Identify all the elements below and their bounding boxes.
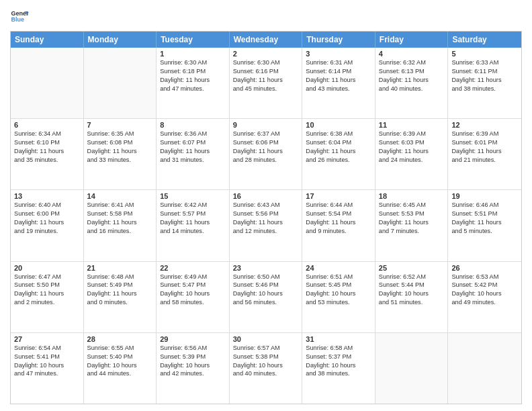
- cell-line-2: Daylight: 10 hours: [14, 361, 80, 370]
- cell-line-3: and 35 minutes.: [14, 156, 80, 165]
- day-header-saturday: Saturday: [448, 32, 521, 48]
- cell-line-0: Sunrise: 6:43 AM: [233, 201, 299, 210]
- cell-line-0: Sunrise: 6:44 AM: [306, 201, 371, 210]
- day-cell-24: 24Sunrise: 6:51 AMSunset: 5:45 PMDayligh…: [302, 262, 375, 332]
- day-number: 4: [379, 50, 445, 58]
- cell-line-0: Sunrise: 6:40 AM: [14, 201, 80, 210]
- cell-line-3: and 43 minutes.: [306, 85, 371, 93]
- day-cell-18: 18Sunrise: 6:45 AMSunset: 5:53 PMDayligh…: [375, 190, 449, 261]
- day-number: 31: [306, 335, 371, 343]
- day-header-thursday: Thursday: [302, 32, 375, 48]
- day-number: 22: [160, 264, 226, 272]
- cell-line-1: Sunset: 5:39 PM: [160, 353, 226, 361]
- cell-line-3: and 14 minutes.: [160, 227, 226, 236]
- cell-line-2: Daylight: 11 hours: [87, 147, 153, 156]
- cell-line-3: and 28 minutes.: [233, 156, 299, 165]
- cell-line-2: Daylight: 11 hours: [451, 76, 518, 85]
- day-cell-21: 21Sunrise: 6:48 AMSunset: 5:49 PMDayligh…: [84, 262, 157, 332]
- day-number: 9: [233, 121, 299, 129]
- day-header-tuesday: Tuesday: [157, 32, 230, 48]
- day-cell-27: 27Sunrise: 6:54 AMSunset: 5:41 PMDayligh…: [11, 333, 84, 404]
- cell-line-2: Daylight: 11 hours: [160, 218, 226, 227]
- cell-line-0: Sunrise: 6:49 AM: [160, 273, 226, 281]
- cell-line-3: and 53 minutes.: [306, 298, 371, 307]
- cell-line-2: Daylight: 10 hours: [87, 361, 153, 370]
- day-cell-4: 4Sunrise: 6:32 AMSunset: 6:13 PMDaylight…: [375, 48, 449, 118]
- cell-line-1: Sunset: 5:38 PM: [233, 353, 299, 361]
- cell-line-1: Sunset: 6:00 PM: [14, 210, 80, 218]
- cell-line-1: Sunset: 5:45 PM: [306, 281, 371, 289]
- day-header-wednesday: Wednesday: [230, 32, 303, 48]
- cell-line-0: Sunrise: 6:31 AM: [306, 58, 371, 67]
- cell-line-2: Daylight: 11 hours: [14, 147, 80, 156]
- cell-line-1: Sunset: 6:10 PM: [14, 138, 80, 147]
- cell-line-1: Sunset: 5:50 PM: [14, 281, 80, 289]
- day-cell-10: 10Sunrise: 6:38 AMSunset: 6:04 PMDayligh…: [302, 119, 375, 189]
- cell-line-1: Sunset: 6:14 PM: [306, 67, 371, 76]
- week-row-4: 20Sunrise: 6:47 AMSunset: 5:50 PMDayligh…: [11, 261, 521, 332]
- cell-line-1: Sunset: 6:06 PM: [233, 138, 299, 147]
- cell-line-2: Daylight: 11 hours: [451, 147, 518, 156]
- day-number: 21: [87, 264, 153, 272]
- cell-line-0: Sunrise: 6:34 AM: [14, 130, 80, 138]
- cell-line-3: and 19 minutes.: [14, 227, 80, 236]
- empty-cell: [84, 48, 157, 118]
- cell-line-1: Sunset: 5:46 PM: [233, 281, 299, 289]
- day-cell-5: 5Sunrise: 6:33 AMSunset: 6:11 PMDaylight…: [448, 48, 521, 118]
- cell-line-0: Sunrise: 6:45 AM: [379, 201, 445, 210]
- calendar-body: 1Sunrise: 6:30 AMSunset: 6:18 PMDaylight…: [11, 48, 521, 404]
- day-cell-20: 20Sunrise: 6:47 AMSunset: 5:50 PMDayligh…: [11, 262, 84, 332]
- cell-line-3: and 40 minutes.: [379, 85, 445, 93]
- cell-line-1: Sunset: 5:41 PM: [14, 353, 80, 361]
- cell-line-2: Daylight: 11 hours: [14, 218, 80, 227]
- day-cell-29: 29Sunrise: 6:56 AMSunset: 5:39 PMDayligh…: [157, 333, 230, 404]
- day-number: 3: [306, 50, 371, 58]
- cell-line-2: Daylight: 11 hours: [233, 218, 299, 227]
- cell-line-2: Daylight: 10 hours: [160, 361, 226, 370]
- cell-line-1: Sunset: 5:42 PM: [451, 281, 518, 289]
- cell-line-3: and 47 minutes.: [160, 85, 226, 93]
- day-cell-12: 12Sunrise: 6:39 AMSunset: 6:01 PMDayligh…: [448, 119, 521, 189]
- cell-line-3: and 26 minutes.: [306, 156, 371, 165]
- day-number: 28: [87, 335, 153, 343]
- cell-line-3: and 49 minutes.: [451, 298, 518, 307]
- cell-line-0: Sunrise: 6:47 AM: [14, 273, 80, 281]
- day-cell-23: 23Sunrise: 6:50 AMSunset: 5:46 PMDayligh…: [230, 262, 303, 332]
- cell-line-3: and 5 minutes.: [451, 227, 518, 236]
- day-cell-11: 11Sunrise: 6:39 AMSunset: 6:03 PMDayligh…: [375, 119, 449, 189]
- cell-line-2: Daylight: 11 hours: [379, 147, 445, 156]
- cell-line-3: and 56 minutes.: [233, 298, 299, 307]
- day-number: 19: [451, 192, 518, 200]
- day-header-monday: Monday: [84, 32, 157, 48]
- day-cell-14: 14Sunrise: 6:41 AMSunset: 5:58 PMDayligh…: [84, 190, 157, 261]
- day-number: 17: [306, 192, 371, 200]
- cell-line-3: and 40 minutes.: [233, 369, 299, 378]
- cell-line-2: Daylight: 11 hours: [233, 76, 299, 85]
- cell-line-3: and 16 minutes.: [87, 227, 153, 236]
- week-row-5: 27Sunrise: 6:54 AMSunset: 5:41 PMDayligh…: [11, 332, 521, 404]
- cell-line-2: Daylight: 11 hours: [306, 76, 371, 85]
- day-cell-7: 7Sunrise: 6:35 AMSunset: 6:08 PMDaylight…: [84, 119, 157, 189]
- cell-line-1: Sunset: 5:49 PM: [87, 281, 153, 289]
- day-number: 13: [14, 192, 80, 200]
- cell-line-0: Sunrise: 6:55 AM: [87, 344, 153, 353]
- day-number: 24: [306, 264, 371, 272]
- day-cell-22: 22Sunrise: 6:49 AMSunset: 5:47 PMDayligh…: [157, 262, 230, 332]
- cell-line-2: Daylight: 11 hours: [306, 147, 371, 156]
- header: General Blue: [10, 7, 522, 26]
- cell-line-2: Daylight: 11 hours: [87, 218, 153, 227]
- cell-line-2: Daylight: 11 hours: [379, 76, 445, 85]
- day-number: 8: [160, 121, 226, 129]
- day-number: 16: [233, 192, 299, 200]
- cell-line-1: Sunset: 5:51 PM: [451, 210, 518, 218]
- cell-line-0: Sunrise: 6:50 AM: [233, 273, 299, 281]
- cell-line-0: Sunrise: 6:39 AM: [451, 130, 518, 138]
- cell-line-3: and 2 minutes.: [14, 298, 80, 307]
- cell-line-1: Sunset: 6:03 PM: [379, 138, 445, 147]
- cell-line-3: and 47 minutes.: [14, 369, 80, 378]
- day-number: 18: [379, 192, 445, 200]
- cell-line-0: Sunrise: 6:48 AM: [87, 273, 153, 281]
- cell-line-2: Daylight: 10 hours: [233, 361, 299, 370]
- cell-line-2: Daylight: 11 hours: [14, 289, 80, 298]
- cell-line-2: Daylight: 11 hours: [451, 218, 518, 227]
